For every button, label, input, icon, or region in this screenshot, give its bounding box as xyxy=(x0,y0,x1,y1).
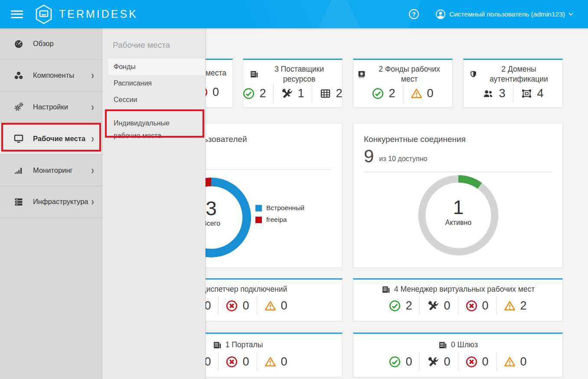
shield-icon xyxy=(469,69,477,79)
chevron-right-icon: › xyxy=(91,101,94,114)
chevron-down-icon xyxy=(568,13,573,16)
stat-maintenance: 1 xyxy=(274,87,311,100)
error-circle-icon xyxy=(226,300,238,312)
warning-icon xyxy=(504,300,516,312)
sidebar-item-label: Мониторинг xyxy=(33,166,91,175)
warning-icon xyxy=(265,356,276,368)
workplaces-submenu-panel: Рабочие места Фонды Расписания Сессии Ин… xyxy=(102,28,206,379)
stat-groups: 4 xyxy=(513,87,551,100)
user-avatar-icon xyxy=(435,9,446,20)
sidebar-item-overview[interactable]: Обзор xyxy=(0,28,102,60)
dashboard-icon xyxy=(13,39,24,49)
stat-errors: 0 xyxy=(219,299,256,313)
donut-active: 1 xyxy=(415,197,502,218)
stat-errors: 0 xyxy=(458,299,496,313)
stat-ok: 2 xyxy=(382,299,419,313)
stat-warnings: 0 xyxy=(497,355,534,369)
chevron-right-icon: › xyxy=(91,195,94,208)
chevron-right-icon: › xyxy=(91,132,94,145)
object-group-icon xyxy=(521,88,532,99)
tools-icon xyxy=(281,88,293,99)
check-circle-icon xyxy=(389,300,401,312)
error-circle-icon xyxy=(226,356,238,368)
check-circle-icon xyxy=(243,88,255,99)
cubes-icon xyxy=(13,70,24,81)
stat-errors: 0 xyxy=(219,355,256,369)
help-icon[interactable]: ? xyxy=(409,9,419,19)
app-logo[interactable]: TERMIDESK xyxy=(35,4,138,24)
gears-icon xyxy=(13,102,24,112)
submenu-item-schedules[interactable]: Расписания xyxy=(102,75,205,92)
card-workplace-pools: 2 Фонды рабочих мест 2 0 xyxy=(353,59,453,108)
stat-maintenance: 0 xyxy=(420,355,457,369)
user-menu[interactable]: Системный пользователь (admin123) xyxy=(435,9,577,20)
sidebar-item-settings[interactable]: Настройки › xyxy=(0,92,102,123)
users-icon xyxy=(482,88,494,99)
stat-registered: 2 xyxy=(312,87,350,100)
error-circle-icon xyxy=(466,300,477,312)
donut-active-label: Активно xyxy=(415,219,502,227)
submenu-item-pools[interactable]: Фонды xyxy=(108,59,205,75)
error-circle-icon xyxy=(466,356,477,368)
user-name: Системный пользователь (admin123) xyxy=(449,10,565,18)
card-auth-domains: 2 Домены аутентификации 3 4 xyxy=(463,59,563,108)
document-icon xyxy=(212,340,222,350)
card-vdi-manager: 4 Менеджер виртуальных рабочих мест 2 0 … xyxy=(353,278,563,321)
stat-warnings: 0 xyxy=(257,355,295,369)
stat-ok: 0 xyxy=(382,355,419,369)
stat-warnings: 0 xyxy=(257,299,295,313)
available-count: 9 xyxy=(364,147,374,166)
chevron-right-icon: › xyxy=(91,164,94,177)
card-title: 0 Шлюз xyxy=(451,340,478,350)
document-icon xyxy=(381,285,391,294)
card-title: 4 Менеджер виртуальных рабочих мест xyxy=(394,284,535,294)
sidebar-item-monitoring[interactable]: Мониторинг › xyxy=(0,155,102,186)
stat-ok: 2 xyxy=(365,87,402,100)
legend-swatch xyxy=(255,205,262,211)
termidesk-hexagon-icon xyxy=(35,4,53,24)
warning-icon xyxy=(504,356,516,368)
legend-item: Встроенный xyxy=(255,204,304,212)
stat-warnings: 0 xyxy=(403,87,441,100)
available-caption: из 10 доступно xyxy=(379,155,427,166)
stat-warnings: 2 xyxy=(497,299,534,313)
sidebar-item-label: Обзор xyxy=(33,40,94,48)
card-title: Диспетчер подключений xyxy=(201,284,287,294)
tools-icon xyxy=(427,356,439,368)
hamburger-menu-icon[interactable] xyxy=(10,9,24,20)
sidebar-item-label: Настройки xyxy=(33,103,91,111)
sidebar: Обзор Компоненты › Настройки › Рабочие м… xyxy=(0,28,102,379)
chart-legend: Встроенный freeipa xyxy=(255,204,304,227)
card-concurrent-connections: Конкурентные соединения 9 из 10 доступно… xyxy=(353,123,563,268)
stat-maintenance: 0 xyxy=(420,299,457,313)
sidebar-item-infrastructure[interactable]: Инфраструктура › xyxy=(0,186,102,218)
card-title: 1 Порталы xyxy=(225,340,263,350)
stat-ok: 2 xyxy=(235,87,273,100)
signal-icon xyxy=(13,165,24,175)
sidebar-item-label: Компоненты xyxy=(33,71,91,79)
servers-icon xyxy=(13,197,24,207)
card-title: 2 Фонды рабочих мест xyxy=(370,64,449,84)
document-icon xyxy=(438,340,448,350)
submenu-item-sessions[interactable]: Сессии xyxy=(102,92,205,108)
card-title: 3 Поставщики ресурсов xyxy=(262,64,336,84)
table-icon xyxy=(320,88,331,99)
chip-icon xyxy=(357,69,366,79)
document-icon xyxy=(249,69,259,79)
legend-swatch xyxy=(255,217,262,223)
sidebar-item-components[interactable]: Компоненты › xyxy=(0,60,102,92)
tools-icon xyxy=(427,300,439,312)
stat-users: 3 xyxy=(475,87,513,100)
warning-icon xyxy=(411,88,422,99)
chevron-right-icon: › xyxy=(91,69,94,82)
warning-icon xyxy=(265,300,276,312)
top-bar: TERMIDESK ? Системный пользователь (admi… xyxy=(0,0,588,28)
sidebar-item-label: Рабочие места xyxy=(33,135,91,143)
check-circle-icon xyxy=(389,356,401,368)
submenu-item-individual-workplaces[interactable]: Индивидуальные рабочие места xyxy=(102,112,185,146)
legend-item: freeipa xyxy=(255,216,304,224)
check-circle-icon xyxy=(372,88,384,99)
sidebar-item-workplaces[interactable]: Рабочие места › xyxy=(0,123,102,155)
monitor-icon xyxy=(13,133,24,144)
card-gateway: 0 Шлюз 0 0 0 xyxy=(353,333,563,377)
